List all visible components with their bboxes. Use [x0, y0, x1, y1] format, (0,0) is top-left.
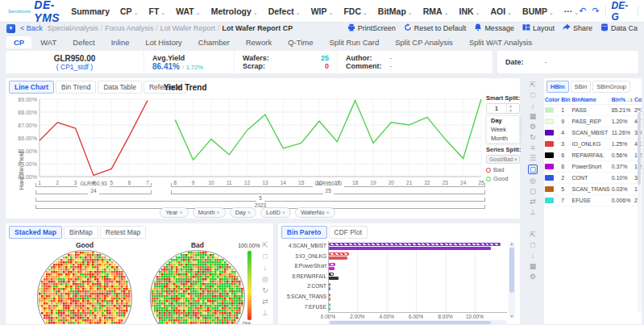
action-printscreen[interactable]: PrintScreen [347, 23, 396, 33]
copy-icon[interactable]: □ [530, 241, 534, 249]
menu-bump[interactable]: BUMP⌄ [522, 6, 554, 16]
bar-good[interactable] [329, 267, 334, 270]
menu-defect[interactable]: Defect⌄ [268, 6, 301, 16]
pareto-tab-cdf-plot[interactable]: CDF Plot [329, 226, 368, 239]
scroll-thumb[interactable] [330, 321, 491, 324]
axis-tag-month[interactable]: Month× [193, 207, 226, 218]
table-row[interactable]: 7EFUSE0.006%2 [544, 195, 642, 206]
close-icon[interactable]: × [247, 210, 251, 215]
target-icon[interactable]: ◎ [262, 275, 268, 283]
de-g-logo[interactable]: DE-G [612, 0, 633, 23]
gear-icon[interactable]: ⚙ [530, 273, 536, 281]
menu-metrology[interactable]: Metrology⌄ [211, 6, 258, 16]
map-tab-binmap[interactable]: BinMap [64, 226, 98, 239]
expand-icon[interactable]: ⇱ [530, 231, 536, 239]
bin-tab-hbin[interactable]: HBin [546, 81, 569, 93]
menu-item[interactable]: ···⌄ [564, 6, 579, 16]
axis-tag-lotid[interactable]: LotID× [260, 207, 291, 218]
menu-wip[interactable]: WIP⌄ [311, 6, 334, 16]
pareto-tab-bin-pareto[interactable]: Bin Pareto [281, 226, 327, 239]
bar-good[interactable] [329, 307, 330, 310]
table-row[interactable]: 9PASS_REP1.20%417 [544, 116, 642, 127]
action-reset-to-default[interactable]: Reset to Default [404, 23, 467, 33]
menu-wat[interactable]: WAT⌄ [176, 6, 200, 16]
baseline-icon[interactable]: ⊥ [262, 309, 268, 317]
bar-bad[interactable] [329, 294, 330, 297]
target-icon[interactable]: ◎ [530, 177, 536, 185]
tab-lot-history[interactable]: Lot History [138, 36, 189, 48]
series-split-tag[interactable]: Good/Bad × [486, 155, 520, 164]
menu-cp[interactable]: CP⌄ [120, 6, 138, 16]
smart-split-input[interactable] [487, 104, 506, 113]
menu-summary[interactable]: Summary [71, 6, 110, 16]
bar-bad[interactable] [329, 243, 501, 246]
tab-chamber[interactable]: Chamber [191, 36, 237, 48]
bar-good[interactable] [329, 256, 347, 260]
bar-good[interactable] [329, 247, 491, 250]
tab-cp[interactable]: CP [6, 36, 31, 48]
copy-icon[interactable]: □ [263, 252, 267, 260]
tab-q-time[interactable]: Q-Time [280, 36, 320, 48]
table-row[interactable]: 5SCAN_TRANS0.03%11 [544, 184, 642, 195]
legend-good[interactable]: Good [486, 175, 520, 182]
bar-good[interactable] [329, 277, 339, 280]
table-row[interactable]: 2CONT0.10%36 [544, 173, 642, 184]
axis-tag-day[interactable]: Day× [230, 207, 256, 218]
column-header-bin[interactable]: Bin% ↓1 [611, 95, 634, 105]
bin-pareto-chart[interactable]: 0.00%2.00%4.00%6.00%8.00%10.00%4:SCAN_MB… [280, 241, 507, 324]
bin-tab-sbin[interactable]: SBin [571, 81, 592, 93]
scroll-thumb[interactable] [509, 248, 514, 293]
tab-rework[interactable]: Rework [239, 36, 279, 48]
table-row[interactable]: 1PASS85.21%29368 [544, 105, 642, 116]
action-layout[interactable]: Layout [522, 23, 555, 33]
bar-good[interactable] [329, 287, 330, 290]
tab-split-wat-analysis[interactable]: Split WAT Analysis [462, 36, 540, 48]
action-share[interactable]: Share [563, 23, 592, 33]
close-icon[interactable]: × [217, 210, 220, 215]
expand-icon[interactable]: ⇱ [530, 81, 536, 89]
select-box-icon[interactable]: ▢ [528, 165, 538, 174]
action-data-ca[interactable]: Data Ca [600, 23, 638, 33]
bar-bad[interactable] [329, 283, 330, 286]
refresh-icon[interactable]: ↻ [262, 286, 268, 294]
menu-fdc[interactable]: FDC⌄ [343, 6, 367, 16]
filter-app-icon[interactable]: ▼ [6, 24, 15, 33]
trend-tab-bin-trend[interactable]: Bin Trend [56, 81, 96, 94]
map-tab-stacked-map[interactable]: Stacked Map [9, 226, 62, 239]
pareto-vertical-scrollbar[interactable]: ▲ ▼ [509, 241, 515, 319]
breadcrumb-item[interactable]: Lot Wafer Report CP [222, 24, 293, 32]
column-header-binname[interactable]: BinName [571, 95, 611, 105]
trend-tab-data-table[interactable]: Data Table [98, 81, 141, 94]
back-button[interactable]: < Back [20, 24, 43, 32]
legend-bad[interactable]: Bad [486, 166, 520, 173]
image-icon[interactable]: ▦ [530, 112, 537, 120]
bin-tab-sbingroup[interactable]: SBinGroup [592, 81, 630, 93]
bar-bad[interactable] [329, 273, 334, 276]
menu-aoi[interactable]: AOI⌄ [491, 6, 513, 16]
action-message[interactable]: Message [474, 23, 514, 33]
scroll-thumb[interactable] [638, 112, 641, 185]
map-tab-retest-map[interactable]: Retest Map [100, 226, 146, 239]
undo-icon[interactable]: ↶ [579, 6, 586, 16]
list-icon[interactable]: ≡ [530, 144, 534, 152]
download-icon[interactable]: ↓ [531, 102, 535, 110]
column-header-count[interactable]: Count [634, 95, 642, 105]
table-row[interactable]: 4SCAN_MBIST11.26%3908 [544, 127, 642, 139]
column-header-color[interactable]: Color [544, 95, 560, 105]
bar-bad[interactable] [329, 303, 330, 306]
refresh-icon[interactable]: ↻ [530, 133, 536, 141]
redo-icon[interactable]: ↷ [592, 6, 599, 16]
bad-wafer-map[interactable] [149, 249, 246, 325]
table-row[interactable]: 8PowerShort0.37%129 [544, 161, 642, 173]
lot-subtitle[interactable]: ( CP1_stdf ) [56, 63, 93, 71]
split-option-week[interactable]: Week [487, 125, 519, 134]
download-icon[interactable]: ↓ [264, 264, 268, 272]
stepper-down-icon[interactable]: ▼ [507, 109, 514, 114]
close-icon[interactable]: × [326, 210, 329, 215]
breadcrumb-item[interactable]: Focus Analysis [105, 24, 153, 32]
close-icon[interactable]: × [180, 210, 183, 215]
frame-icon[interactable]: ◻ [530, 187, 535, 195]
tab-defect[interactable]: Defect [65, 36, 102, 48]
menu-ink[interactable]: INK⌄ [459, 6, 480, 16]
scroll-down-icon[interactable]: ▼ [509, 314, 515, 319]
